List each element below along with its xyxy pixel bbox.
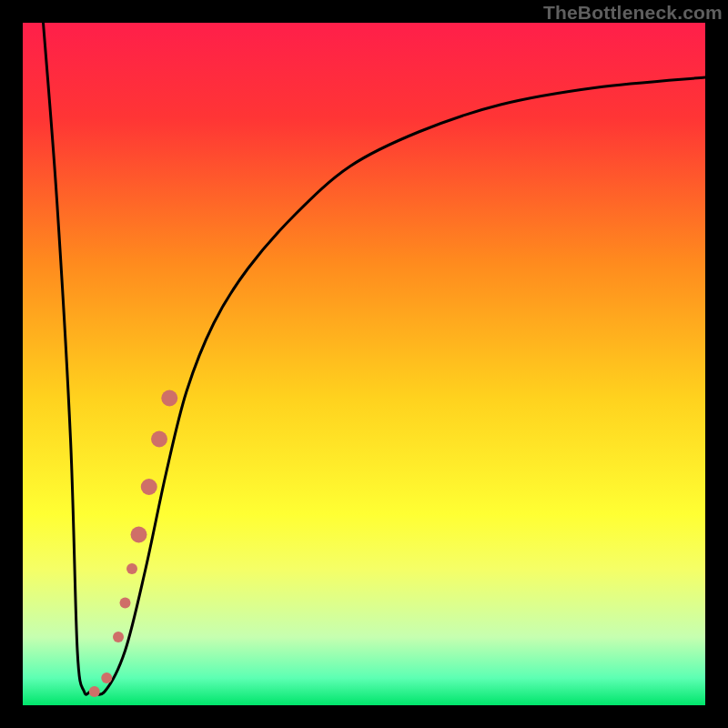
data-marker (131, 527, 147, 543)
data-marker (161, 390, 177, 407)
plot-area (23, 23, 705, 705)
data-marker (151, 431, 167, 448)
chart-stage: TheBottleneck.com (0, 0, 728, 728)
data-marker (101, 672, 112, 683)
bottleneck-curve (44, 23, 706, 694)
marker-group (89, 390, 178, 698)
watermark-text: TheBottleneck.com (543, 2, 723, 24)
data-marker (120, 598, 131, 609)
data-marker (126, 563, 137, 574)
data-marker (89, 686, 100, 697)
data-marker (141, 479, 157, 495)
data-marker (113, 632, 124, 642)
curve-layer (23, 23, 705, 705)
